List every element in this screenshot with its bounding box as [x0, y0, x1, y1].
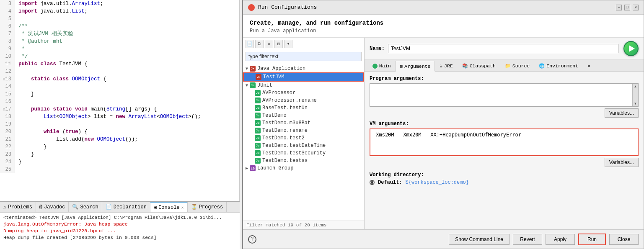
scroll-down-icon[interactable]: ▼	[634, 101, 637, 106]
line-content: list.add(new OOMObject());	[15, 136, 138, 143]
minimize-button[interactable]: −	[616, 5, 622, 10]
default-label: Default:	[378, 180, 402, 185]
tab-search[interactable]: 🔍 Search	[69, 202, 102, 213]
tree-category[interactable]: ▶LGLaunch Group	[243, 164, 364, 172]
tree-item[interactable]: JuTestDemo.m3u8Bat	[243, 119, 364, 127]
view-menu-button[interactable]: ▾	[284, 40, 292, 48]
window-controls: − □ ×	[616, 5, 639, 10]
line-content: *	[15, 45, 25, 53]
tree-item[interactable]: JuAVProcessor.rename	[243, 97, 364, 104]
tree-item[interactable]: JuTestDemo	[243, 112, 364, 119]
tree-item[interactable]: JuTestDemo.testSecurity	[243, 149, 364, 157]
tree-item[interactable]: J▶TestJVM	[243, 72, 364, 82]
tree-item[interactable]: JuTestDemo.testDateTime	[243, 142, 364, 149]
revert-button[interactable]: Revert	[513, 234, 542, 245]
help-button[interactable]: ?	[248, 235, 256, 244]
tab-console[interactable]: ▣ Console ✕	[150, 202, 188, 213]
program-args-input[interactable]	[370, 84, 632, 106]
tab-classpath[interactable]: 📚 Classpath	[458, 60, 500, 71]
code-line: 5	[0, 15, 239, 23]
close-button[interactable]: ×	[633, 5, 639, 10]
tree-item-label: TestDemo.m3u8Bat	[262, 120, 310, 126]
line-content	[15, 15, 18, 23]
scroll-up-icon[interactable]: ▲	[634, 84, 637, 89]
tab-environment[interactable]: 🌐 Environment	[534, 60, 583, 71]
console-line-4: Heap dump file created [27086299 bytes i…	[3, 234, 236, 241]
console-line-3: Dumping heap to java_pid31228.hprof ...	[3, 228, 236, 234]
tree-item-label: AVProcessor	[262, 90, 295, 96]
dialog-titlebar: Run Configurations − □ ×	[243, 0, 644, 15]
vm-args-label: VM arguments:	[370, 121, 639, 127]
tree-item[interactable]: JuTestDemo.test2	[243, 134, 364, 142]
code-line: 9 *	[0, 45, 239, 53]
tab-more[interactable]: »	[583, 60, 595, 71]
variables-row-1: Variables...	[370, 108, 639, 121]
tree-item[interactable]: JuBaseTest.testUn	[243, 104, 364, 112]
close-button[interactable]: Close	[609, 234, 639, 245]
tree-category[interactable]: ▼J▶Java Application	[243, 65, 364, 72]
name-label: Name:	[370, 46, 385, 51]
filter-input[interactable]	[246, 52, 362, 61]
line-content	[15, 166, 18, 173]
tree-category[interactable]: ▼JuJUnit	[243, 82, 364, 89]
tab-source[interactable]: 📁 Source	[500, 60, 534, 71]
tab-problems[interactable]: ⚠ Problems	[0, 202, 36, 213]
line-number: 17	[0, 105, 15, 113]
line-number: 14	[0, 83, 15, 90]
tree-item[interactable]: JuTestDemo.rename	[243, 127, 364, 134]
tab-declaration[interactable]: 📄 Declaration	[102, 202, 150, 213]
default-path: ${workspace_loc:demo}	[406, 180, 469, 185]
maximize-button[interactable]: □	[624, 5, 630, 10]
tab-arguments[interactable]: ⊞ Arguments	[396, 61, 435, 72]
tree-item-label: TestDemo.test2	[262, 135, 305, 141]
line-content: static class OOMObject {	[15, 75, 106, 83]
code-line: 10 */	[0, 53, 239, 60]
variables-button-1[interactable]: Variables...	[605, 108, 639, 118]
code-line: 22 }	[0, 143, 239, 151]
run-circle-button[interactable]	[623, 41, 639, 56]
line-number: 7	[0, 30, 15, 38]
line-content	[15, 68, 18, 75]
program-args-label: Program arguments:	[370, 76, 639, 82]
category-icon: J▶	[250, 66, 256, 72]
default-radio[interactable]	[370, 180, 375, 185]
line-number: 10	[0, 53, 15, 60]
tree-item[interactable]: JuAVProcessor	[243, 89, 364, 97]
console-line-1: <terminated> TestJVM [Java Application] …	[3, 214, 236, 221]
console-close-icon[interactable]: ✕	[181, 205, 184, 210]
tree-item-label: TestDemo	[262, 113, 287, 118]
tree-item[interactable]: JuTestDemo.testss	[243, 157, 364, 164]
junit-item-icon: Ju	[255, 90, 261, 96]
line-content: public class TestJVM {	[15, 60, 88, 68]
tree-expand-icon: ▼	[246, 67, 248, 71]
vm-args-section: VM arguments: -Xms20M -Xmx20M -XX:+HeapD…	[370, 121, 639, 170]
show-command-line-button[interactable]: Show Command Line	[449, 234, 510, 245]
line-content	[15, 121, 18, 128]
name-input[interactable]	[388, 44, 618, 53]
tab-progress[interactable]: ⏳ Progress	[188, 202, 227, 213]
copy-config-button[interactable]: ⧉	[255, 40, 264, 48]
delete-config-button[interactable]: ✕	[265, 40, 273, 48]
line-content: }	[15, 143, 47, 151]
line-number: 6	[0, 23, 15, 30]
working-dir-row: Default: ${workspace_loc:demo}	[370, 180, 639, 185]
new-config-button[interactable]: 📄	[246, 40, 254, 48]
variables-button-2[interactable]: Variables...	[605, 158, 639, 167]
declaration-icon: 📄	[106, 204, 112, 210]
dialog-header-sub: Run a Java application	[250, 28, 637, 34]
filter-button[interactable]: ⊡	[274, 40, 283, 48]
args-tab-icon: ⊞	[400, 64, 403, 69]
run-button[interactable]: Run	[578, 234, 606, 245]
tab-main[interactable]: Main	[368, 60, 396, 71]
vm-args-input[interactable]: -Xms20M -Xmx20M -XX:+HeapDumpOnOutOfMemo…	[373, 132, 635, 151]
code-line: 13 static class OOMObject {	[0, 75, 239, 83]
filter-row	[243, 50, 364, 63]
console-icon: ▣	[154, 204, 157, 210]
tab-jre[interactable]: ☕ JRE	[435, 60, 457, 71]
line-content	[15, 83, 18, 90]
run-configurations-dialog: Run Configurations − □ × Create, manage,…	[242, 0, 644, 249]
tab-javadoc[interactable]: @ Javadoc	[36, 202, 69, 213]
tree-item-label: BaseTest.testUn	[262, 105, 308, 111]
tree-item-label: TestDemo.rename	[262, 128, 308, 133]
apply-button[interactable]: Apply	[546, 234, 575, 245]
